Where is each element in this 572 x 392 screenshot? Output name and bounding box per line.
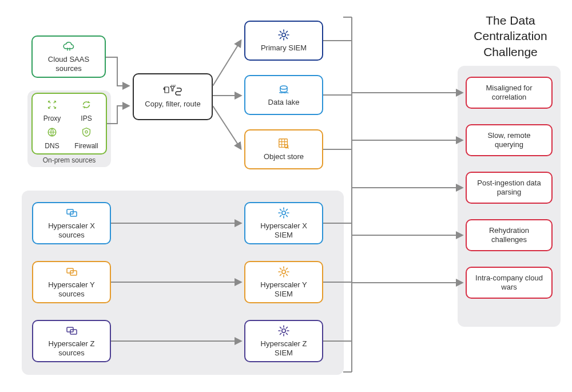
hyperscaler-x-siem-label: Hyperscaler X SIEM [251,221,316,240]
hyperscaler-x-sources: Hyperscaler X sources [32,202,111,244]
hyperscaler-z-siem: Hyperscaler Z SIEM [244,320,323,362]
onprem-dns-label: DNS [45,142,59,150]
lake-icon [277,83,290,96]
gear-icon [277,266,290,278]
expand-icon [46,98,58,111]
monitor-icon [65,324,78,337]
router-label: Copy, filter, route [145,100,200,109]
challenge-slow-query: Slow, remote querying [466,124,553,156]
hyperscaler-z-sources-label: Hyperscaler Z sources [39,339,104,358]
onprem-firewall: Firewall [74,126,99,150]
hyperscaler-y-sources-label: Hyperscaler Y sources [39,280,104,299]
challenge-cloud-wars: Intra-company cloud wars [466,267,553,299]
data-lake-box: Data lake [244,75,323,115]
gear-icon [277,324,290,337]
route-icon [160,85,185,97]
hyperscaler-x-sources-label: Hyperscaler X sources [39,221,104,240]
cloud-icon [62,40,75,53]
hyperscaler-z-siem-label: Hyperscaler Z SIEM [251,339,316,358]
gear-icon [277,29,290,41]
hyperscaler-x-siem: Hyperscaler X SIEM [244,202,323,244]
cloud-saas-sources-box: Cloud SAAS sources [31,35,106,78]
refresh-icon [80,98,93,111]
challenge-4-label: Rehydration challenges [474,226,545,245]
hyperscaler-y-sources: Hyperscaler Y sources [32,261,111,303]
challenge-3-label: Post-ingestion data parsing [474,179,545,197]
grid-icon [277,137,290,150]
object-store-box: Object store [244,129,323,169]
challenge-5-label: Intra-company cloud wars [474,274,545,292]
monitor-icon [65,207,78,219]
gear-icon [277,207,290,219]
hyperscaler-z-sources: Hyperscaler Z sources [32,320,111,362]
onprem-dns: DNS [39,126,65,150]
challenge-2-label: Slow, remote querying [474,131,545,150]
data-lake-label: Data lake [268,98,300,107]
hyperscaler-y-siem-label: Hyperscaler Y SIEM [251,280,316,299]
challenge-rehydration: Rehydration challenges [466,219,553,251]
onprem-proxy-label: Proxy [43,114,61,122]
cloud-saas-label: Cloud SAAS sources [38,55,99,74]
challenges-title: The Data Centralization Challenge [460,13,561,60]
onprem-ips: IPS [74,98,99,122]
shield-icon [80,126,93,138]
challenge-parsing: Post-ingestion data parsing [466,172,553,204]
challenge-1-label: Misaligned for correlation [474,84,545,102]
object-store-label: Object store [264,152,304,161]
primary-siem-box: Primary SIEM [244,21,323,61]
challenge-misaligned: Misaligned for correlation [466,77,553,109]
globe-icon [46,126,58,138]
primary-siem-label: Primary SIEM [261,43,307,53]
onprem-caption: On-prem sources [31,156,107,164]
onprem-firewall-label: Firewall [74,142,98,150]
onprem-sources-box: Proxy IPS DNS Firewall [31,93,107,155]
router-box: Copy, filter, route [133,73,213,120]
onprem-ips-label: IPS [81,114,92,122]
onprem-proxy: Proxy [39,98,65,122]
hyperscaler-y-siem: Hyperscaler Y SIEM [244,261,323,303]
monitor-icon [65,266,78,278]
